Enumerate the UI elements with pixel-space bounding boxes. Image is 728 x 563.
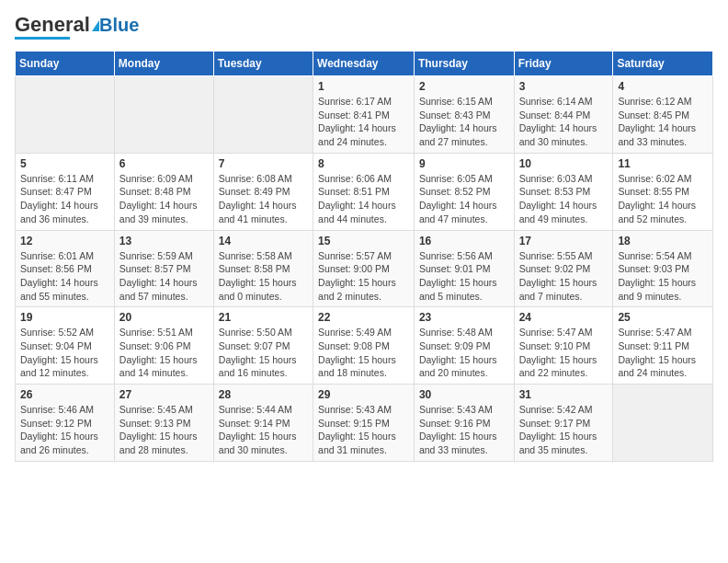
header-day-thursday: Thursday: [414, 52, 514, 76]
day-info: Sunrise: 5:48 AM Sunset: 9:09 PM Dayligh…: [419, 326, 509, 380]
day-number: 4: [618, 80, 708, 93]
day-number: 9: [419, 157, 509, 170]
calendar-cell: 23Sunrise: 5:48 AM Sunset: 9:09 PM Dayli…: [414, 307, 514, 385]
day-number: 25: [618, 311, 708, 324]
calendar-cell: [16, 76, 115, 154]
day-number: 24: [519, 311, 609, 324]
day-number: 31: [519, 388, 609, 401]
calendar-cell: 15Sunrise: 5:57 AM Sunset: 9:00 PM Dayli…: [313, 230, 415, 307]
day-number: 26: [20, 388, 109, 401]
calendar-cell: 16Sunrise: 5:56 AM Sunset: 9:01 PM Dayli…: [414, 230, 514, 307]
header-day-sunday: Sunday: [16, 52, 115, 76]
calendar-cell: 29Sunrise: 5:43 AM Sunset: 9:15 PM Dayli…: [313, 385, 415, 462]
day-info: Sunrise: 5:56 AM Sunset: 9:01 PM Dayligh…: [419, 249, 509, 304]
calendar-cell: 25Sunrise: 5:47 AM Sunset: 9:11 PM Dayli…: [613, 307, 713, 385]
day-info: Sunrise: 6:09 AM Sunset: 8:48 PM Dayligh…: [119, 172, 209, 226]
day-info: Sunrise: 6:03 AM Sunset: 8:53 PM Dayligh…: [519, 172, 609, 226]
day-number: 28: [219, 388, 308, 401]
day-number: 30: [419, 388, 509, 401]
day-info: Sunrise: 5:43 AM Sunset: 9:16 PM Dayligh…: [419, 403, 509, 457]
calendar-cell: 8Sunrise: 6:06 AM Sunset: 8:51 PM Daylig…: [313, 153, 415, 230]
day-info: Sunrise: 5:47 AM Sunset: 9:11 PM Dayligh…: [618, 326, 708, 380]
day-number: 21: [219, 311, 308, 324]
day-info: Sunrise: 5:54 AM Sunset: 9:03 PM Dayligh…: [618, 249, 708, 304]
calendar-cell: 5Sunrise: 6:11 AM Sunset: 8:47 PM Daylig…: [16, 153, 115, 230]
calendar-table: SundayMondayTuesdayWednesdayThursdayFrid…: [15, 51, 713, 462]
day-info: Sunrise: 5:50 AM Sunset: 9:07 PM Dayligh…: [219, 326, 308, 380]
day-number: 23: [419, 311, 509, 324]
logo: General Blue: [15, 15, 139, 40]
calendar-cell: 9Sunrise: 6:05 AM Sunset: 8:52 PM Daylig…: [414, 153, 514, 230]
day-info: Sunrise: 6:14 AM Sunset: 8:44 PM Dayligh…: [519, 95, 609, 149]
day-number: 6: [119, 157, 209, 170]
day-info: Sunrise: 5:45 AM Sunset: 9:13 PM Dayligh…: [119, 403, 209, 457]
day-number: 18: [618, 235, 708, 247]
header-day-saturday: Saturday: [613, 52, 713, 76]
day-info: Sunrise: 6:17 AM Sunset: 8:41 PM Dayligh…: [318, 95, 409, 149]
calendar-cell: [213, 76, 313, 154]
day-info: Sunrise: 5:55 AM Sunset: 9:02 PM Dayligh…: [519, 249, 609, 304]
header-day-friday: Friday: [514, 52, 613, 76]
calendar-cell: [613, 385, 713, 462]
day-info: Sunrise: 5:42 AM Sunset: 9:17 PM Dayligh…: [519, 403, 609, 457]
header-row: SundayMondayTuesdayWednesdayThursdayFrid…: [16, 52, 713, 76]
day-info: Sunrise: 6:12 AM Sunset: 8:45 PM Dayligh…: [618, 95, 708, 149]
calendar-cell: 17Sunrise: 5:55 AM Sunset: 9:02 PM Dayli…: [514, 230, 613, 307]
calendar-cell: 3Sunrise: 6:14 AM Sunset: 8:44 PM Daylig…: [514, 76, 613, 154]
day-number: 19: [20, 311, 109, 324]
calendar-cell: 13Sunrise: 5:59 AM Sunset: 8:57 PM Dayli…: [114, 230, 213, 307]
day-info: Sunrise: 6:08 AM Sunset: 8:49 PM Dayligh…: [219, 172, 308, 226]
day-info: Sunrise: 6:11 AM Sunset: 8:47 PM Dayligh…: [20, 172, 109, 226]
calendar-cell: 28Sunrise: 5:44 AM Sunset: 9:14 PM Dayli…: [213, 385, 313, 462]
calendar-cell: 4Sunrise: 6:12 AM Sunset: 8:45 PM Daylig…: [613, 76, 713, 154]
day-number: 15: [318, 235, 409, 247]
day-info: Sunrise: 6:01 AM Sunset: 8:56 PM Dayligh…: [20, 249, 109, 304]
day-number: 29: [318, 388, 409, 401]
day-info: Sunrise: 6:15 AM Sunset: 8:43 PM Dayligh…: [419, 95, 509, 149]
day-number: 1: [318, 80, 409, 93]
calendar-cell: 24Sunrise: 5:47 AM Sunset: 9:10 PM Dayli…: [514, 307, 613, 385]
calendar-cell: 2Sunrise: 6:15 AM Sunset: 8:43 PM Daylig…: [414, 76, 514, 154]
calendar-cell: 22Sunrise: 5:49 AM Sunset: 9:08 PM Dayli…: [313, 307, 415, 385]
day-info: Sunrise: 5:46 AM Sunset: 9:12 PM Dayligh…: [20, 403, 109, 457]
logo-icon: General: [15, 15, 99, 35]
day-info: Sunrise: 5:59 AM Sunset: 8:57 PM Dayligh…: [119, 249, 209, 304]
calendar-week-2: 12Sunrise: 6:01 AM Sunset: 8:56 PM Dayli…: [16, 230, 713, 307]
calendar-cell: 31Sunrise: 5:42 AM Sunset: 9:17 PM Dayli…: [514, 385, 613, 462]
day-info: Sunrise: 5:52 AM Sunset: 9:04 PM Dayligh…: [20, 326, 109, 380]
day-number: 11: [618, 157, 708, 170]
header-day-tuesday: Tuesday: [213, 52, 313, 76]
day-number: 14: [219, 235, 308, 247]
calendar-cell: 7Sunrise: 6:08 AM Sunset: 8:49 PM Daylig…: [213, 153, 313, 230]
day-info: Sunrise: 5:44 AM Sunset: 9:14 PM Dayligh…: [219, 403, 308, 457]
day-number: 3: [519, 80, 609, 93]
calendar-cell: 6Sunrise: 6:09 AM Sunset: 8:48 PM Daylig…: [114, 153, 213, 230]
calendar-cell: 26Sunrise: 5:46 AM Sunset: 9:12 PM Dayli…: [16, 385, 115, 462]
day-number: 27: [119, 388, 209, 401]
calendar-cell: 20Sunrise: 5:51 AM Sunset: 9:06 PM Dayli…: [114, 307, 213, 385]
day-number: 13: [119, 235, 209, 247]
day-info: Sunrise: 5:47 AM Sunset: 9:10 PM Dayligh…: [519, 326, 609, 380]
day-info: Sunrise: 5:57 AM Sunset: 9:00 PM Dayligh…: [318, 249, 409, 304]
day-number: 12: [20, 235, 109, 247]
calendar-cell: 12Sunrise: 6:01 AM Sunset: 8:56 PM Dayli…: [16, 230, 115, 307]
calendar-week-0: 1Sunrise: 6:17 AM Sunset: 8:41 PM Daylig…: [16, 76, 713, 154]
calendar-week-3: 19Sunrise: 5:52 AM Sunset: 9:04 PM Dayli…: [16, 307, 713, 385]
day-info: Sunrise: 5:58 AM Sunset: 8:58 PM Dayligh…: [219, 249, 308, 304]
day-info: Sunrise: 5:43 AM Sunset: 9:15 PM Dayligh…: [318, 403, 409, 457]
day-number: 7: [219, 157, 308, 170]
calendar-week-4: 26Sunrise: 5:46 AM Sunset: 9:12 PM Dayli…: [16, 385, 713, 462]
calendar-cell: 11Sunrise: 6:02 AM Sunset: 8:55 PM Dayli…: [613, 153, 713, 230]
day-info: Sunrise: 6:05 AM Sunset: 8:52 PM Dayligh…: [419, 172, 509, 226]
day-number: 2: [419, 80, 509, 93]
calendar-cell: 10Sunrise: 6:03 AM Sunset: 8:53 PM Dayli…: [514, 153, 613, 230]
day-info: Sunrise: 5:51 AM Sunset: 9:06 PM Dayligh…: [119, 326, 209, 380]
calendar-cell: 27Sunrise: 5:45 AM Sunset: 9:13 PM Dayli…: [114, 385, 213, 462]
day-number: 17: [519, 235, 609, 247]
calendar-cell: [114, 76, 213, 154]
day-number: 10: [519, 157, 609, 170]
header-day-monday: Monday: [114, 52, 213, 76]
calendar-cell: 1Sunrise: 6:17 AM Sunset: 8:41 PM Daylig…: [313, 76, 415, 154]
day-info: Sunrise: 5:49 AM Sunset: 9:08 PM Dayligh…: [318, 326, 409, 380]
day-number: 22: [318, 311, 409, 324]
